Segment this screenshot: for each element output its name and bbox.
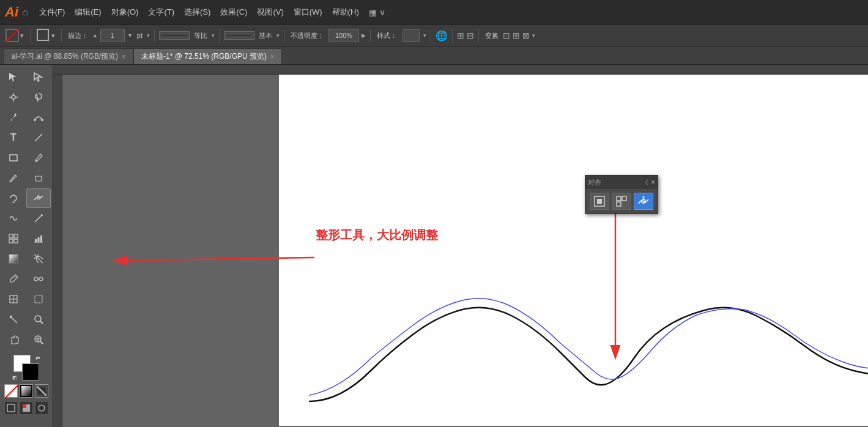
float-panel-collapse[interactable]: 《 (642, 178, 648, 187)
fill-stroke-selector[interactable]: ▾ (35, 29, 57, 42)
pencil-tool[interactable] (1, 168, 26, 188)
chart-tool[interactable] (26, 229, 51, 248)
canvas-area: 整形工具，大比例调整 对齐 《 (53, 65, 868, 427)
slice-tool[interactable] (1, 310, 26, 329)
style-arrow[interactable]: ▾ (423, 32, 426, 39)
scale-tool[interactable] (26, 209, 51, 228)
magic-wand-tool[interactable] (1, 87, 26, 107)
color-gradient[interactable] (20, 384, 33, 398)
ai-logo: Ai (5, 6, 18, 19)
svg-line-47 (40, 341, 43, 344)
paintbrush-tool[interactable] (26, 148, 51, 168)
color-fill[interactable] (4, 384, 18, 398)
hand-zoom-tool[interactable] (26, 310, 51, 329)
fullscreen-mode[interactable] (35, 401, 48, 415)
svg-line-50 (5, 385, 18, 398)
artboard-tool[interactable] (26, 289, 51, 309)
tab-1-close[interactable]: × (122, 53, 125, 60)
type-tool[interactable]: T (1, 128, 26, 147)
divider-6 (370, 29, 371, 42)
menu-help[interactable]: 帮助(H) (327, 0, 364, 24)
color-none[interactable] (35, 384, 48, 398)
blend-tool[interactable] (26, 269, 51, 289)
transform-arrow[interactable]: ▾ (532, 32, 535, 39)
transform-icon-2[interactable]: ⊞ (513, 31, 520, 40)
svg-line-33 (34, 254, 43, 263)
reshape-tool[interactable] (26, 188, 51, 208)
equal-ratio-label: 等比 (192, 31, 209, 40)
menu-view[interactable]: 视图(V) (252, 0, 288, 24)
eyedropper-tool[interactable] (1, 269, 26, 289)
lasso-tool[interactable] (26, 87, 51, 107)
tab-1[interactable]: ai-学习.ai @ 88.85% (RGB/预览) × (4, 48, 133, 64)
menu-window[interactable]: 窗口(W) (289, 0, 327, 24)
home-icon[interactable]: ⌂ (22, 7, 28, 18)
menu-select[interactable]: 选择(S) (179, 0, 215, 24)
menu-file[interactable]: 文件(F) (34, 0, 70, 24)
color-section: ⇄ ◩ (1, 355, 51, 415)
workspace-switcher[interactable]: ▦ ∨ (369, 7, 385, 17)
opacity-arrow[interactable]: ▶ (362, 32, 366, 39)
style-preview[interactable] (402, 29, 420, 42)
transform-icon-3[interactable]: ⊠ (522, 31, 530, 40)
curvature-tool[interactable] (26, 108, 51, 127)
tool-row-11 (1, 269, 51, 289)
mesh-tool[interactable] (26, 249, 51, 269)
zoom-tool[interactable] (26, 330, 51, 349)
align-icon-1[interactable]: ⊞ (457, 31, 464, 40)
equal-ratio-arrow[interactable]: ▾ (212, 32, 215, 39)
tab-2-close[interactable]: × (270, 53, 274, 60)
divider-9 (478, 29, 479, 42)
warp-tool[interactable] (1, 209, 26, 228)
svg-line-34 (14, 277, 16, 278)
preview-mode[interactable] (20, 401, 33, 415)
stroke-color-indicator[interactable]: ▾ (4, 29, 26, 42)
basic-arrow[interactable]: ▾ (276, 32, 280, 39)
hand-tool[interactable] (1, 330, 26, 349)
swap-colors[interactable]: ⇄ (35, 355, 40, 361)
opacity-value-input[interactable] (328, 29, 359, 42)
annotation-arrow-right (573, 187, 634, 371)
panel-distribute[interactable] (612, 193, 631, 210)
menu-effect[interactable]: 效果(C) (215, 0, 252, 24)
selection-tool[interactable] (1, 67, 26, 87)
menu-text[interactable]: 文字(T) (143, 0, 179, 24)
rotate-tool[interactable] (1, 188, 26, 208)
stroke-style-preview[interactable] (159, 31, 190, 40)
symbol-tool[interactable] (1, 229, 26, 248)
stroke-unit: pt (135, 32, 144, 39)
bg-color[interactable] (22, 363, 39, 381)
menu-edit[interactable]: 编辑(E) (70, 0, 106, 24)
menu-object[interactable]: 对象(O) (106, 0, 144, 24)
line-tool[interactable] (26, 128, 51, 147)
basic-stroke-preview[interactable] (224, 31, 254, 40)
transform-icon-1[interactable]: ⊡ (503, 31, 510, 40)
tab-2[interactable]: 未标题-1* @ 72.51% (RGB/GPU 预览) × (133, 48, 282, 64)
tool-row-10 (1, 249, 51, 269)
align-icon-2[interactable]: ⊟ (467, 31, 474, 40)
global-icon[interactable]: 🌐 (436, 30, 448, 42)
svg-rect-26 (9, 239, 13, 243)
stroke-value-input[interactable] (100, 29, 125, 42)
svg-line-52 (37, 386, 46, 396)
default-colors[interactable]: ◩ (12, 375, 17, 381)
eraser-tool[interactable] (26, 168, 51, 188)
stroke-unit-arrow[interactable]: ▾ (147, 32, 150, 39)
stroke-up-arrow[interactable]: ▲ (92, 32, 98, 39)
svg-rect-28 (35, 239, 37, 242)
panel-align-artboard[interactable] (590, 193, 609, 210)
gradient-tool[interactable] (1, 249, 26, 269)
fg-bg-colors[interactable]: ⇄ ◩ (12, 355, 40, 381)
panel-reshape-active[interactable] (634, 193, 653, 210)
svg-rect-64 (617, 196, 621, 201)
svg-point-16 (35, 160, 37, 162)
stroke-down-arrow[interactable]: ▼ (127, 32, 133, 39)
pen-tool[interactable] (1, 108, 26, 127)
float-panel-close[interactable]: × (651, 178, 655, 187)
normal-mode[interactable] (4, 401, 18, 415)
direct-selection-tool[interactable] (26, 67, 51, 87)
live-paint-tool[interactable] (1, 289, 26, 309)
svg-rect-25 (14, 234, 18, 238)
rectangle-tool[interactable] (1, 148, 26, 168)
tool-row-3 (1, 108, 51, 127)
